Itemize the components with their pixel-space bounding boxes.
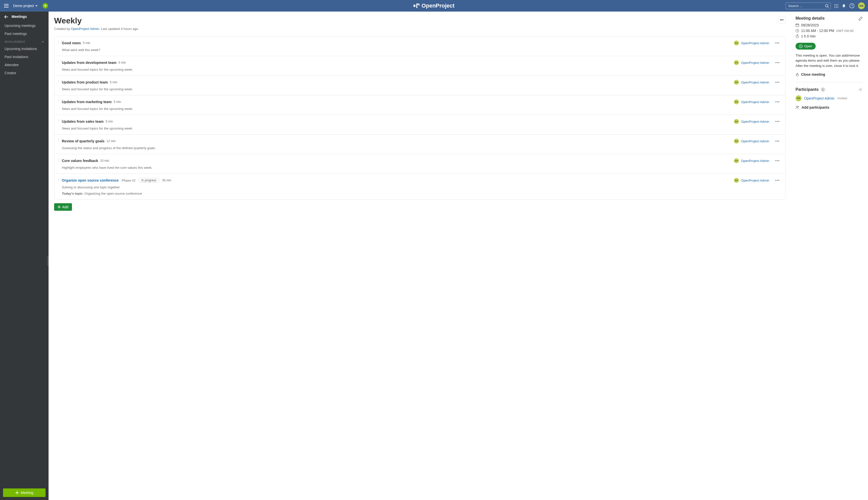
drag-handle-icon[interactable]: ⋮⋮ xyxy=(57,100,63,102)
section-label: INVOLVEMENT xyxy=(4,40,26,43)
agenda-item-more-icon[interactable]: ••• xyxy=(774,120,781,124)
add-participants-button[interactable]: Add participants xyxy=(796,105,863,110)
clock-icon xyxy=(796,29,799,32)
owner-avatar: OA xyxy=(734,41,739,46)
agenda-item-more-icon[interactable]: ••• xyxy=(774,100,781,104)
agenda-item-more-icon[interactable]: ••• xyxy=(774,41,781,45)
add-agenda-button[interactable]: Add xyxy=(54,203,72,211)
sidebar-item-past-meetings[interactable]: Past meetings xyxy=(0,30,48,38)
agenda-item: ⋮⋮ Review of quarterly goals 12 min OA O… xyxy=(54,135,785,154)
plus-icon xyxy=(15,491,19,495)
calendar-icon xyxy=(796,23,799,27)
back-arrow-icon[interactable] xyxy=(4,14,8,19)
agenda-item: ⋮⋮ Updates from development team 5 min O… xyxy=(54,56,785,76)
agenda-description: News and focused topics for the upcoming… xyxy=(62,126,781,130)
svg-point-16 xyxy=(800,46,801,46)
agenda-item-more-icon[interactable]: ••• xyxy=(774,159,781,163)
owner-link[interactable]: OpenProject Admin xyxy=(741,179,769,182)
agenda-item: ⋮⋮ Good news 5 min OA OpenProject Admin … xyxy=(54,36,785,56)
participants-settings-icon[interactable] xyxy=(858,87,863,92)
bell-icon[interactable] xyxy=(842,3,846,8)
agenda-item-more-icon[interactable]: ••• xyxy=(774,61,781,65)
project-selector[interactable]: Demo project xyxy=(13,4,37,8)
module-title: Meetings xyxy=(12,14,27,19)
page-more-menu[interactable]: ••• xyxy=(778,16,786,24)
sidebar-item-creator[interactable]: Creator xyxy=(0,69,48,77)
agenda-list: ⋮⋮ Good news 5 min OA OpenProject Admin … xyxy=(54,36,786,200)
detail-date: 09/26/2023 xyxy=(796,23,863,27)
agenda-item-more-icon[interactable]: ••• xyxy=(774,80,781,84)
svg-rect-12 xyxy=(796,24,799,27)
owner-link[interactable]: OpenProject Admin xyxy=(741,80,769,84)
sidebar-resize-handle[interactable] xyxy=(47,256,48,266)
owner-avatar: OA xyxy=(734,60,739,65)
agenda-item-more-icon[interactable]: ••• xyxy=(774,139,781,143)
participant-link[interactable]: OpenProject Admin xyxy=(804,96,835,100)
owner-avatar: OA xyxy=(734,80,739,85)
new-meeting-button[interactable]: Meeting xyxy=(3,488,46,497)
agenda-duration: 5 min xyxy=(106,120,113,123)
agenda-duration: 5 min xyxy=(83,41,90,45)
svg-point-8 xyxy=(836,7,836,8)
agenda-duration: 5 min xyxy=(119,61,126,64)
owner-link[interactable]: OpenProject Admin xyxy=(741,159,769,163)
sidebar-item-attendee[interactable]: Attendee xyxy=(0,61,48,69)
quick-add-button[interactable] xyxy=(43,3,48,9)
user-avatar[interactable]: OA xyxy=(858,2,865,9)
new-meeting-label: Meeting xyxy=(21,491,33,495)
sidebar-section-involvement[interactable]: INVOLVEMENT xyxy=(0,38,48,45)
svg-point-18 xyxy=(860,89,861,90)
participants-count: 1 xyxy=(821,87,825,92)
help-icon[interactable]: ? xyxy=(849,3,854,8)
owner-avatar: OA xyxy=(734,119,739,124)
agenda-title: Good news xyxy=(62,41,81,45)
owner-link[interactable]: OpenProject Admin xyxy=(741,100,769,104)
owner-link[interactable]: OpenProject Admin xyxy=(741,120,769,124)
agenda-item-more-icon[interactable]: ••• xyxy=(774,178,781,182)
menu-icon[interactable] xyxy=(3,3,10,9)
search-icon[interactable] xyxy=(825,4,829,8)
sidebar-item-upcoming-meetings[interactable]: Upcoming meetings xyxy=(0,22,48,30)
agenda-title: Updates from marketing team xyxy=(62,100,112,104)
drag-handle-icon[interactable]: ⋮⋮ xyxy=(57,159,63,161)
svg-point-1 xyxy=(834,4,835,5)
drag-handle-icon[interactable]: ⋮⋮ xyxy=(57,80,63,82)
owner-link[interactable]: OpenProject Admin xyxy=(741,61,769,65)
agenda-duration: 5 min xyxy=(114,100,121,104)
agenda-duration: 10 min xyxy=(100,159,109,162)
svg-point-6 xyxy=(837,5,838,6)
agenda-title-link[interactable]: Organize open source conference xyxy=(62,178,119,182)
agenda-title: Updates from product team xyxy=(62,80,108,84)
svg-point-5 xyxy=(836,5,836,6)
agenda-title: Updates from sales team xyxy=(62,120,104,124)
agenda-duration: 5 min xyxy=(110,80,117,84)
plus-icon xyxy=(58,205,61,208)
agenda-item: ⋮⋮ Organize open source conference Phase… xyxy=(54,174,785,200)
brand-logo[interactable]: OpenProject xyxy=(414,2,455,9)
top-bar: Demo project OpenProject ? OA xyxy=(0,0,868,12)
detail-time: 11:00 AM - 12:00 PM GMT+00:00 xyxy=(796,29,863,33)
drag-handle-icon[interactable]: ⋮⋮ xyxy=(57,120,63,122)
sidebar-item-upcoming-invitations[interactable]: Upcoming invitations xyxy=(0,45,48,53)
drag-handle-icon[interactable]: ⋮⋮ xyxy=(57,41,63,43)
add-label: Add xyxy=(62,205,68,209)
drag-handle-icon[interactable]: ⋮⋮ xyxy=(57,61,63,62)
agenda-status-pill: In progress xyxy=(139,178,159,183)
drag-handle-icon[interactable]: ⋮⋮ xyxy=(57,139,63,141)
lock-icon xyxy=(796,73,799,76)
owner-avatar: OA xyxy=(734,158,739,163)
apps-icon[interactable] xyxy=(834,3,838,8)
drag-handle-icon[interactable]: ⋮⋮ xyxy=(57,178,63,180)
sidebar-item-past-invitations[interactable]: Past invitations xyxy=(0,53,48,61)
svg-point-4 xyxy=(834,5,835,6)
close-meeting-button[interactable]: Close meeting xyxy=(796,72,863,82)
owner-avatar: OA xyxy=(734,139,739,144)
owner-link[interactable]: OpenProject Admin xyxy=(741,139,769,143)
author-link[interactable]: OpenProject Admin xyxy=(71,27,99,31)
edit-icon[interactable] xyxy=(858,16,863,20)
search-input[interactable] xyxy=(786,2,831,9)
agenda-item: ⋮⋮ Updates from marketing team 5 min OA … xyxy=(54,95,785,115)
svg-point-2 xyxy=(836,4,836,5)
owner-link[interactable]: OpenProject Admin xyxy=(741,41,769,45)
agenda-phase: Phase #2 xyxy=(122,179,136,182)
